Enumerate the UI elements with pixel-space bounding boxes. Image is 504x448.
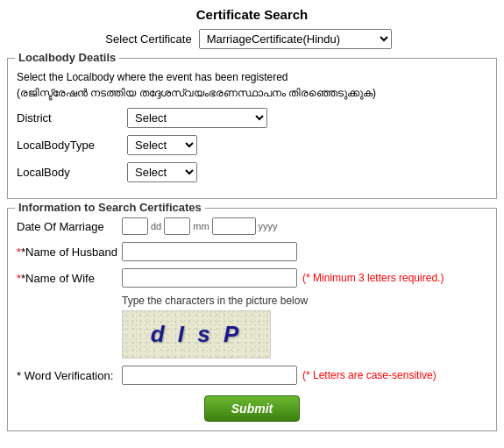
page-title: Certificate Search (7, 7, 497, 22)
captcha-image: d I s P (122, 310, 271, 359)
info-legend: Information to Search Certificates (15, 201, 205, 214)
certificate-select[interactable]: MarriageCertificate(Hindu) MarriageCerti… (199, 29, 392, 49)
word-verification-row: * Word Verification: (* Letters are case… (17, 366, 487, 385)
localbody-legend: Localbody Deatils (15, 51, 119, 64)
dd-label: dd (151, 221, 161, 231)
word-verification-hint: (* Letters are case-sensitive) (302, 369, 437, 381)
localbody-description: Select the Localbody where the event has… (17, 69, 487, 101)
captcha-instruction: Type the characters in the picture below (122, 295, 487, 307)
district-select[interactable]: Select (127, 108, 267, 128)
wife-name-hint: (* Minimum 3 letters required.) (302, 272, 444, 284)
captcha-text: d I s P (151, 321, 243, 348)
localbody-row: LocalBody Select (17, 162, 487, 182)
mm-label: mm (193, 221, 209, 231)
localbodytype-row: LocalBodyType Select (17, 135, 487, 155)
dob-mm-input[interactable] (164, 217, 190, 235)
date-of-marriage-row: Date Of Marriage dd mm yyyy (17, 217, 487, 235)
wife-name-row: **Name of Wife (* Minimum 3 letters requ… (17, 268, 487, 288)
captcha-section: Type the characters in the picture below… (122, 295, 487, 359)
date-of-marriage-label: Date Of Marriage (17, 220, 122, 233)
dob-dd-input[interactable] (122, 217, 148, 235)
wife-name-input[interactable] (122, 268, 297, 288)
submit-row: Submit (17, 395, 487, 422)
dob-yyyy-input[interactable] (212, 217, 256, 235)
info-section: Information to Search Certificates Date … (7, 208, 497, 431)
wife-name-label: **Name of Wife (17, 272, 122, 285)
localbodytype-select[interactable]: Select (127, 135, 197, 155)
select-certificate-label: Select Certificate (105, 32, 191, 46)
localbody-label: LocalBody (17, 166, 122, 179)
husband-name-row: **Name of Husband (17, 242, 487, 261)
localbody-section: Localbody Deatils Select the Localbody w… (7, 58, 497, 199)
word-verification-label: * Word Verification: (17, 369, 122, 382)
yyyy-label: yyyy (259, 221, 278, 231)
submit-button[interactable]: Submit (204, 395, 300, 422)
district-label: District (17, 111, 122, 124)
husband-name-label: **Name of Husband (17, 245, 122, 259)
localbodytype-label: LocalBodyType (17, 139, 122, 152)
localbody-select[interactable]: Select (127, 162, 197, 182)
word-verification-input[interactable] (122, 366, 297, 385)
husband-name-input[interactable] (122, 242, 297, 261)
district-row: District Select (17, 108, 487, 128)
